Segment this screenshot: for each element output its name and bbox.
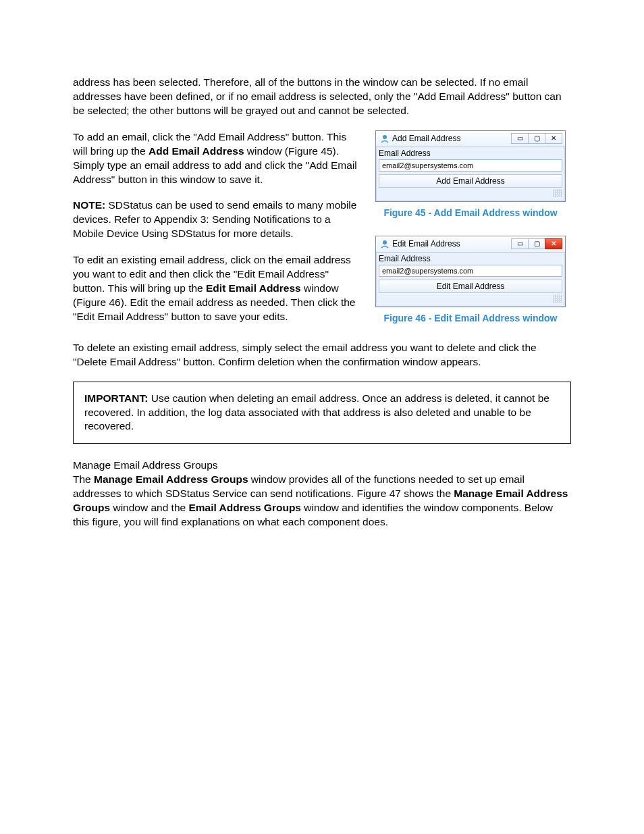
dialog-body: Email Address email2@supersystems.com Ad… bbox=[376, 147, 565, 201]
close-button[interactable]: ✕ bbox=[545, 133, 562, 144]
text-run-bold: Manage Email Address Groups bbox=[94, 473, 248, 485]
body-paragraph: To add an email, click the "Add Email Ad… bbox=[73, 130, 358, 187]
fig45-dialog: Add Email Address ▭ ▢ ✕ Email Address em… bbox=[375, 130, 566, 202]
edit-email-button[interactable]: Edit Email Address bbox=[379, 280, 562, 293]
text-run: Use caution when deleting an email addre… bbox=[84, 392, 549, 432]
dialog-titlebar: Add Email Address ▭ ▢ ✕ bbox=[376, 131, 565, 147]
dialog-titlebar: Edit Email Address ▭ ▢ ✕ bbox=[376, 236, 565, 253]
text-run: window and the bbox=[110, 502, 188, 513]
dialog-title: Edit Email Address bbox=[392, 239, 512, 249]
email-field[interactable]: email2@supersystems.com bbox=[379, 265, 562, 277]
body-paragraph: To edit an existing email address, click… bbox=[73, 253, 358, 324]
text-run-bold: Email Address Groups bbox=[188, 502, 301, 513]
important-box: IMPORTANT: Use caution when deleting an … bbox=[73, 382, 571, 444]
email-field[interactable]: email2@supersystems.com bbox=[379, 159, 562, 172]
svg-point-0 bbox=[383, 135, 387, 139]
figure-caption: Figure 46 - Edit Email Address window bbox=[375, 313, 566, 323]
svg-point-1 bbox=[383, 240, 387, 244]
field-label: Email Address bbox=[379, 254, 562, 263]
add-email-button[interactable]: Add Email Address bbox=[379, 174, 562, 188]
text-run-bold: Add Email Address bbox=[149, 145, 244, 157]
maximize-button[interactable]: ▢ bbox=[528, 133, 545, 144]
resize-grip-icon bbox=[553, 294, 562, 303]
fig46-dialog: Edit Email Address ▭ ▢ ✕ Email Address e… bbox=[375, 236, 566, 307]
section-heading: Manage Email Address Groups bbox=[73, 459, 571, 473]
resize-grip-icon bbox=[553, 189, 562, 197]
figure-caption: Figure 45 - Add Email Address window bbox=[375, 207, 566, 218]
minimize-button[interactable]: ▭ bbox=[511, 238, 529, 249]
maximize-button[interactable]: ▢ bbox=[528, 238, 545, 249]
text-run: SDStatus can be used to send emails to m… bbox=[73, 199, 356, 239]
document-page: address has been selected. Therefore, al… bbox=[0, 0, 644, 834]
app-icon bbox=[380, 134, 390, 143]
note-label: NOTE: bbox=[73, 199, 105, 211]
input-value: email2@supersystems.com bbox=[382, 267, 473, 275]
text-run-bold: Edit Email Address bbox=[206, 282, 301, 294]
body-paragraph: To delete an existing email address, sim… bbox=[73, 341, 571, 369]
text-run: The bbox=[73, 473, 94, 485]
body-paragraph: NOTE: SDStatus can be used to send email… bbox=[73, 199, 358, 241]
body-paragraph: The Manage Email Address Groups window p… bbox=[73, 473, 571, 529]
app-icon bbox=[380, 239, 390, 249]
minimize-button[interactable]: ▭ bbox=[511, 133, 529, 144]
important-label: IMPORTANT: bbox=[84, 392, 148, 404]
close-button[interactable]: ✕ bbox=[545, 238, 562, 249]
body-paragraph: address has been selected. Therefore, al… bbox=[73, 76, 571, 118]
dialog-title: Add Email Address bbox=[392, 134, 512, 143]
dialog-body: Email Address email2@supersystems.com Ed… bbox=[376, 253, 565, 307]
input-value: email2@supersystems.com bbox=[382, 161, 473, 170]
field-label: Email Address bbox=[379, 149, 562, 158]
